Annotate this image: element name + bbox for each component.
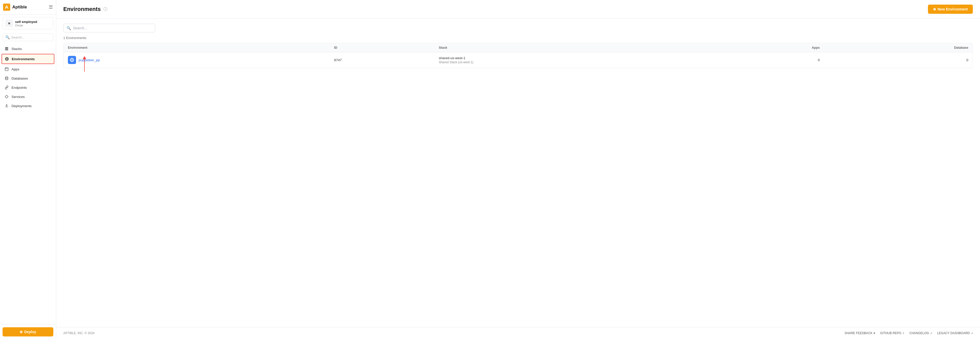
col-stack: Stack [434,43,717,52]
share-feedback-label: SHARE FEEDBACK [845,331,872,335]
footer-share-feedback[interactable]: SHARE FEEDBACK ▾ [845,331,875,335]
col-database: Database [824,43,972,52]
legacy-dashboard-label: LEGACY DASHBOARD [937,331,970,335]
sidebar-header: Aptible ☰ [0,0,56,14]
env-stack: shared-us-west-1 Shared Stack (us-west-1… [434,52,717,68]
main-area: Environments ⓘ ⊕ New Environment 🔍 1 Env… [56,0,980,339]
sidebar-label-deployments: Deployments [11,104,32,108]
link-icon [4,85,9,90]
deploy-button[interactable]: ⊕ Deploy [3,327,53,336]
logo-text: Aptible [12,5,27,10]
footer-legacy-dashboard[interactable]: LEGACY DASHBOARD ↗ [937,331,973,335]
col-environment: Environment [64,43,330,52]
external-icon-legacy: ↗ [971,332,973,335]
table-wrapper: Environment ID Stack Apps Database [63,43,973,68]
upload-icon [4,103,9,108]
sidebar-item-apps[interactable]: Apps [0,65,56,74]
sidebar-label-stacks: Stacks [11,47,22,51]
env-database: 0 [824,52,972,68]
svg-rect-7 [5,68,8,71]
page-title-area: Environments ⓘ [63,6,107,13]
sidebar-footer: ⊕ Deploy [0,325,56,339]
search-icon: 🔍 [67,26,71,30]
sidebar-item-endpoints[interactable]: Endpoints [0,83,56,92]
new-env-btn-label: New Environment [938,7,968,11]
sidebar-search-bar[interactable]: 🔍 [3,33,53,41]
logo-area: Aptible [3,3,27,11]
env-name-text[interactable]: puppeteer_pp [79,58,100,62]
new-env-plus-icon: ⊕ [933,7,936,11]
external-icon-changelog: ↗ [930,332,932,335]
table-row: puppeteer_pp 8747 shared-us-west-1 Share… [64,52,973,68]
search-input[interactable] [73,26,152,30]
sidebar-search-icon: 🔍 [5,35,10,39]
footer-changelog[interactable]: CHANGELOG ↗ [909,331,932,335]
changelog-label: CHANGELOG [909,331,929,335]
table-header-row: Environment ID Stack Apps Database [64,43,973,52]
sidebar-label-databases: Databases [11,76,28,80]
environments-table: Environment ID Stack Apps Database [64,43,973,68]
sidebar-label-endpoints: Endpoints [11,86,27,90]
sidebar-nav: Stacks Environments Apps Databases [0,43,56,325]
sidebar-item-databases[interactable]: Databases [0,74,56,83]
org-icon: ■ [5,19,13,27]
env-globe-icon [68,56,76,64]
footer-github-repo[interactable]: GITHUB REPO ↗ [880,331,904,335]
sidebar-item-services[interactable]: Services [0,92,56,101]
env-name-cell: puppeteer_pp [64,52,330,68]
main-footer: APTIBLE, INC. © 2024 SHARE FEEDBACK ▾ GI… [56,327,980,339]
sidebar-search-input[interactable] [11,35,51,39]
svg-rect-0 [3,3,10,11]
org-info: self employed Zanga [15,20,37,27]
col-id: ID [330,43,434,52]
env-id: 8747 [330,52,434,68]
stack-secondary: Shared Stack (us-west-1) [439,60,713,64]
info-icon[interactable]: ⓘ [103,6,107,12]
sidebar-item-deployments[interactable]: Deployments [0,101,56,111]
svg-rect-1 [5,47,8,48]
table-scroll-area[interactable]: Environment ID Stack Apps Database [63,43,973,68]
chevron-down-icon: ▾ [873,331,875,335]
page-title: Environments [63,6,101,13]
org-sub: Zanga [15,24,37,27]
globe-icon [5,57,9,61]
org-name: self employed [15,20,37,24]
table-body: puppeteer_pp 8747 shared-us-west-1 Share… [64,52,973,68]
main-content: 🔍 1 Environments Environment ID Stack [56,19,980,327]
search-bar-area: 🔍 [63,24,973,32]
search-bar[interactable]: 🔍 [63,24,155,32]
layers-icon [4,46,9,51]
database-icon [4,76,9,81]
new-environment-button[interactable]: ⊕ New Environment [928,5,973,14]
aptible-logo-icon [3,3,10,11]
external-icon-github: ↗ [902,332,904,335]
sidebar-label-apps: Apps [11,67,19,71]
col-apps: Apps [717,43,824,52]
environments-count: 1 Environments [63,36,973,40]
copyright: APTIBLE, INC. © 2024 [63,331,94,335]
sidebar: Aptible ☰ ■ self employed Zanga 🔍 Stacks… [0,0,56,339]
env-apps: 0 [717,52,824,68]
sidebar-label-services: Services [11,95,25,99]
menu-icon[interactable]: ☰ [49,4,53,10]
svg-rect-3 [5,49,8,50]
deploy-btn-label: Deploy [24,330,36,334]
sidebar-item-environments[interactable]: Environments [2,54,54,64]
plus-icon: ⊕ [20,330,23,334]
footer-links: SHARE FEEDBACK ▾ GITHUB REPO ↗ CHANGELOG… [845,331,973,335]
main-header: Environments ⓘ ⊕ New Environment [56,0,980,19]
sidebar-item-stacks[interactable]: Stacks [0,44,56,53]
stack-primary: shared-us-west-1 [439,56,713,60]
sidebar-label-environments: Environments [12,57,35,61]
github-repo-label: GITHUB REPO [880,331,901,335]
svg-point-8 [5,77,8,78]
diamond-icon [4,94,9,99]
org-card[interactable]: ■ self employed Zanga [3,17,53,29]
box-icon [4,67,9,71]
svg-rect-2 [5,49,8,49]
